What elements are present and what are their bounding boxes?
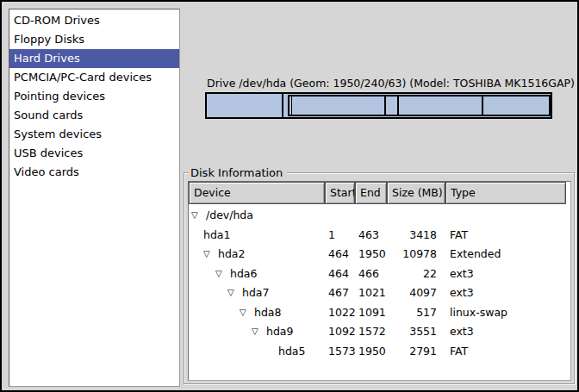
sidebar-item-system-devices[interactable]: System devices	[9, 125, 179, 144]
table-row-dev-hda[interactable]: ▽ /dev/hda	[189, 206, 570, 226]
expander-triangle-icon[interactable]: ▽	[215, 264, 230, 283]
column-header-filler	[566, 182, 570, 204]
hardware-browser-window: CD-ROM Drives Floppy Disks Hard Drives P…	[0, 0, 579, 392]
device-label: hda1	[203, 226, 230, 246]
start-cell: 1092	[325, 322, 355, 342]
disk-information-table: Device Start End Size (MB) Type ▽ /dev/h…	[188, 181, 571, 381]
disk-information-label: Disk Information	[189, 165, 287, 180]
table-row-hda6[interactable]: ▽ hda6 464 466 22 ext3	[189, 264, 570, 284]
column-header-device[interactable]: Device	[189, 182, 325, 204]
device-label: hda5	[278, 342, 305, 362]
device-cell: ▽ hda6	[189, 264, 325, 284]
device-label: hda7	[242, 283, 269, 303]
device-cell: hda1	[189, 226, 325, 246]
device-label: hda9	[266, 322, 293, 342]
table-body: ▽ /dev/hda hda1 1 463 3418	[189, 204, 570, 361]
table-row-hda8[interactable]: ▽ hda8 1022 1091 517 linux-swap	[189, 303, 570, 323]
end-cell	[355, 206, 387, 226]
start-cell: 1022	[325, 303, 355, 323]
partition-bar	[205, 92, 552, 119]
end-cell: 1950	[355, 342, 387, 362]
expander-triangle-icon[interactable]: ▽	[227, 283, 242, 302]
filler-cell	[566, 283, 570, 303]
filler-cell	[566, 206, 570, 226]
size-cell: 4097	[387, 283, 445, 303]
partition-segment-hda1-boundary	[282, 94, 283, 117]
type-cell: FAT	[445, 226, 566, 246]
filler-cell	[566, 342, 570, 362]
column-header-size[interactable]: Size (MB)	[387, 182, 445, 204]
expander-triangle-icon[interactable]: ▽	[203, 245, 218, 264]
sidebar-item-floppy-disks[interactable]: Floppy Disks	[9, 30, 179, 49]
type-cell: Extended	[445, 245, 566, 264]
filler-cell	[566, 226, 570, 246]
type-cell: linux-swap	[445, 303, 566, 323]
type-cell	[445, 206, 566, 226]
filler-cell	[566, 264, 570, 284]
device-label: hda2	[218, 245, 245, 264]
device-label: hda6	[230, 264, 257, 284]
expander-triangle-icon[interactable]: ▽	[252, 322, 266, 341]
size-cell: 22	[387, 264, 445, 284]
device-cell: ▽ /dev/hda	[189, 206, 325, 226]
expander-triangle-icon[interactable]: ▽	[240, 303, 254, 322]
device-category-list: CD-ROM Drives Floppy Disks Hard Drives P…	[9, 9, 180, 387]
end-cell: 466	[355, 264, 387, 284]
sidebar-item-pointing-devices[interactable]: Pointing devices	[9, 87, 179, 106]
sidebar-item-cdrom-drives[interactable]: CD-ROM Drives	[9, 11, 179, 30]
end-cell: 1572	[355, 322, 387, 342]
size-cell: 517	[387, 303, 445, 323]
table-header-row: Device Start End Size (MB) Type	[189, 182, 570, 204]
start-cell: 1573	[325, 342, 355, 362]
sidebar-item-hard-drives[interactable]: Hard Drives	[9, 49, 179, 68]
size-cell: 2791	[387, 342, 445, 362]
device-label: /dev/hda	[206, 206, 253, 226]
end-cell: 1950	[355, 245, 387, 264]
filler-cell	[566, 303, 570, 323]
size-cell: 10978	[387, 245, 445, 264]
partition-segment-hda2-extended	[288, 95, 551, 116]
sidebar-item-usb-devices[interactable]: USB devices	[9, 144, 179, 163]
table-row-hda2[interactable]: ▽ hda2 464 1950 10978 Extended	[189, 245, 570, 264]
start-cell: 1	[325, 226, 355, 246]
partition-segment-hda8-left-boundary	[384, 96, 386, 115]
sidebar-item-video-cards[interactable]: Video cards	[9, 163, 179, 182]
partition-segment-hda5-boundary	[482, 96, 483, 115]
start-cell: 464	[325, 245, 355, 264]
device-cell: ▽ hda8	[189, 303, 325, 323]
start-cell: 467	[325, 283, 355, 303]
device-cell: ▽ hda2	[189, 245, 325, 264]
column-header-type[interactable]: Type	[445, 182, 566, 204]
drive-title: Drive /dev/hda (Geom: 1950/240/63) (Mode…	[207, 77, 575, 90]
size-cell	[387, 206, 445, 226]
end-cell: 463	[355, 226, 387, 246]
device-label: hda8	[254, 303, 281, 323]
filler-cell	[566, 322, 570, 342]
start-cell	[325, 206, 355, 226]
size-cell: 3418	[387, 226, 445, 246]
table-row-hda1[interactable]: hda1 1 463 3418 FAT	[189, 226, 570, 246]
type-cell: ext3	[445, 322, 566, 342]
sidebar-item-sound-cards[interactable]: Sound cards	[9, 106, 179, 125]
column-header-end[interactable]: End	[355, 182, 387, 204]
filler-cell	[566, 245, 570, 264]
partition-segment-hda8-right-boundary	[397, 96, 399, 115]
type-cell: ext3	[445, 283, 566, 303]
device-cell: hda5	[189, 342, 325, 362]
type-cell: ext3	[445, 264, 566, 284]
disk-information-groupbox: Disk Information Device Start End Size (…	[184, 172, 575, 384]
table-row-hda5[interactable]: hda5 1573 1950 2791 FAT	[189, 342, 570, 362]
start-cell: 464	[325, 264, 355, 284]
size-cell: 3551	[387, 322, 445, 342]
end-cell: 1091	[355, 303, 387, 323]
column-header-start[interactable]: Start	[325, 182, 355, 204]
device-cell: ▽ hda9	[189, 322, 325, 342]
device-cell: ▽ hda7	[189, 283, 325, 303]
type-cell: FAT	[445, 342, 566, 362]
expander-triangle-icon[interactable]: ▽	[191, 206, 206, 225]
end-cell: 1021	[355, 283, 387, 303]
partition-segment-hda6-boundary	[291, 96, 292, 115]
sidebar-item-pcmcia-devices[interactable]: PCMCIA/PC-Card devices	[9, 68, 179, 87]
table-row-hda9[interactable]: ▽ hda9 1092 1572 3551 ext3	[189, 322, 570, 342]
table-row-hda7[interactable]: ▽ hda7 467 1021 4097 ext3	[189, 283, 570, 303]
